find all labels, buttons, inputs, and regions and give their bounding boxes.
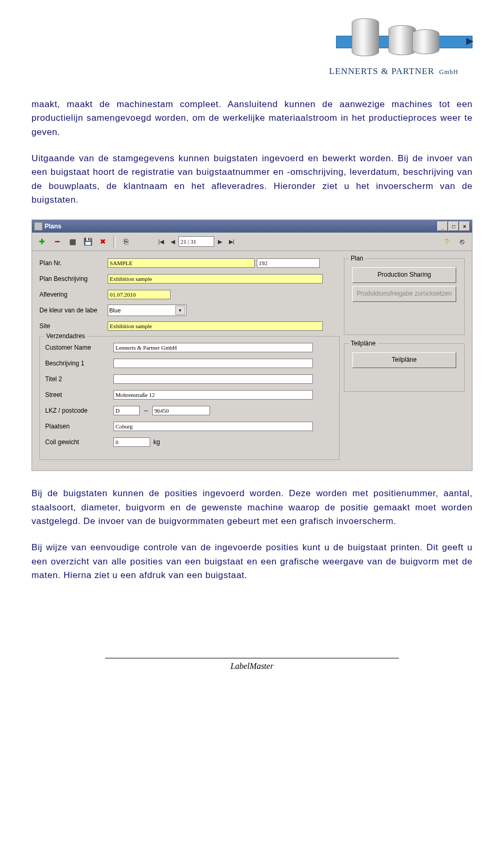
aflevering-input[interactable] (108, 290, 171, 299)
plus-icon: ✚ (39, 238, 45, 245)
copy-icon: ⎘ (124, 238, 128, 245)
kleur-value: Blue (109, 307, 121, 313)
label-plaatsen: Plaatsen (45, 423, 113, 430)
grid-button[interactable]: ▦ (66, 235, 79, 248)
paragraph-2: Uitgaande van de stamgegevens kunnen bui… (32, 152, 472, 207)
label-kleur: De kleur van de labe (39, 307, 108, 314)
label-customer-name: Customer Name (45, 344, 113, 351)
nav-next-button[interactable]: ▶ (214, 236, 226, 247)
lkz-separator: -- (144, 407, 148, 414)
minus-icon: ━ (55, 238, 59, 245)
lkz-input[interactable] (113, 406, 140, 415)
label-aflevering: Aflevering (39, 291, 108, 298)
help-icon: ? (445, 238, 449, 245)
paragraph-1: maakt, maakt de machinestam compleet. Aa… (32, 98, 472, 139)
company-name: LENNERTS & PARTNER (329, 66, 434, 76)
maximize-button[interactable]: □ (448, 222, 459, 231)
kleur-select[interactable]: Blue ▼ (108, 305, 186, 316)
cancel-button[interactable]: ✖ (96, 235, 110, 248)
prod-reset-button[interactable]: Produktionsfreigabe zurücksetzen (352, 286, 456, 302)
street-input[interactable] (113, 390, 313, 400)
nav-first-button[interactable]: |◀ (155, 236, 167, 247)
label-coil-gewicht: Coil gewicht (45, 438, 113, 446)
exit-button[interactable]: ⎋ (455, 235, 469, 248)
plan-nr-input[interactable] (108, 258, 255, 268)
app-icon (34, 222, 43, 230)
plan-beschrijving-input[interactable] (108, 274, 323, 284)
chevron-down-icon: ▼ (175, 306, 185, 315)
floppy-icon: 💾 (83, 238, 92, 245)
customer-name-input[interactable] (113, 343, 313, 352)
coil-gewicht-input[interactable] (113, 437, 150, 447)
label-titel2: Titel 2 (45, 375, 113, 383)
add-button[interactable]: ✚ (35, 235, 49, 248)
beschrijving1-input[interactable] (113, 359, 313, 368)
label-lkz-postcode: LKZ / postcode (45, 407, 113, 414)
teilplane-button[interactable]: Teilpläne (352, 352, 456, 368)
toolbar: ✚ ━ ▦ 💾 ✖ ⎘ |◀ ◀ ▶ ▶| ? ⎋ (32, 233, 472, 251)
paragraph-3: Bij de buigstaten kunnen de posities ing… (32, 487, 472, 528)
label-beschrijving1: Beschrijving 1 (45, 360, 113, 367)
plan-legend: Plan (349, 255, 365, 262)
company-suffix: GmbH (439, 68, 459, 76)
label-plan-beschrijving: Plan Beschrijving (39, 275, 108, 282)
save-button[interactable]: 💾 (81, 235, 94, 248)
nav-last-button[interactable]: ▶| (226, 236, 237, 247)
exit-icon: ⎋ (460, 238, 464, 245)
remove-button[interactable]: ━ (50, 235, 64, 248)
header: LENNERTS & PARTNER GmbH (32, 16, 472, 77)
nav-prev-button[interactable]: ◀ (167, 236, 178, 247)
teilplane-legend: Teilpläne (349, 340, 377, 347)
titlebar: Plans _ □ × (32, 220, 472, 233)
close-button[interactable]: × (459, 222, 470, 231)
footer-text: LabelMaster (0, 662, 504, 682)
postcode-input[interactable] (152, 406, 210, 415)
verzendadres-legend: Verzendadres (44, 332, 87, 340)
x-icon: ✖ (100, 238, 106, 245)
window-title: Plans (45, 223, 61, 230)
teilplane-group: Teilpläne Teilpläne (344, 343, 465, 392)
label-plan-nr: Plan Nr. (39, 259, 108, 267)
titel2-input[interactable] (113, 374, 313, 384)
minimize-button[interactable]: _ (437, 222, 448, 231)
company-logo: LENNERTS & PARTNER GmbH (315, 16, 472, 77)
verzendadres-group: Verzendadres Customer Name Beschrijving … (39, 336, 340, 460)
production-sharing-button[interactable]: Production Sharing (352, 267, 456, 283)
site-input[interactable] (108, 321, 323, 331)
plan-nr2-input[interactable] (257, 258, 320, 268)
grid-icon: ▦ (69, 238, 76, 245)
kg-unit: kg (153, 438, 160, 446)
label-street: Street (45, 391, 113, 399)
help-button[interactable]: ? (440, 235, 454, 248)
paragraph-4: Bij wijze van eenvoudige controle van de… (32, 541, 472, 582)
plans-window: Plans _ □ × ✚ ━ ▦ 💾 ✖ ⎘ |◀ ◀ ▶ ▶| (32, 219, 472, 471)
plaatsen-input[interactable] (113, 422, 313, 431)
footer-separator (105, 658, 399, 658)
plan-group: Plan Production Sharing Produktionsfreig… (344, 258, 465, 335)
copy-button[interactable]: ⎘ (119, 235, 133, 248)
label-site: Site (39, 322, 108, 330)
record-position-input[interactable] (178, 236, 214, 247)
